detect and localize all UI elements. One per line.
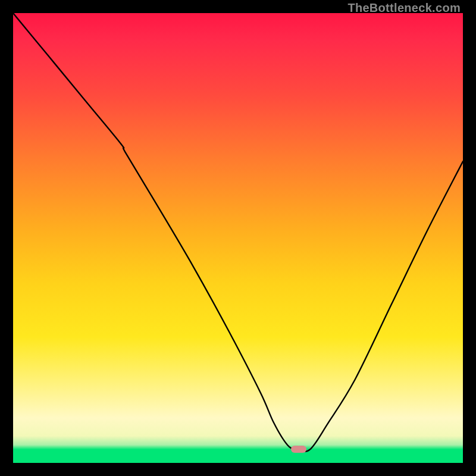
chart-frame: TheBottleneck.com bbox=[0, 0, 476, 476]
curve-path bbox=[13, 13, 463, 452]
optimal-marker bbox=[291, 446, 306, 453]
plot-area bbox=[13, 13, 463, 463]
watermark-text: TheBottleneck.com bbox=[347, 1, 461, 15]
bottleneck-curve bbox=[13, 13, 463, 463]
